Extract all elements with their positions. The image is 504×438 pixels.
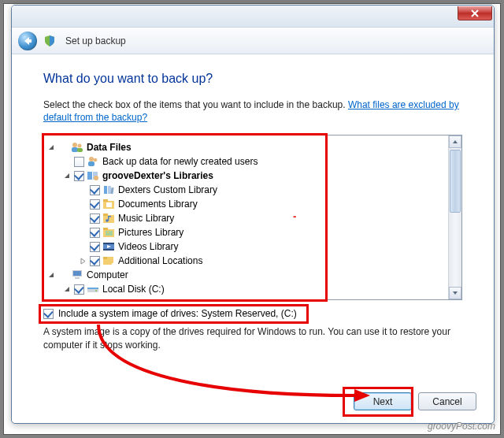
- svg-point-8: [89, 157, 94, 161]
- expander-icon[interactable]: [79, 257, 87, 265]
- svg-marker-11: [65, 173, 69, 178]
- tree-node-documents[interactable]: Documents Library: [47, 197, 445, 211]
- svg-marker-47: [453, 291, 458, 295]
- expander-icon[interactable]: [47, 143, 56, 152]
- tree-label: Pictures Library: [118, 227, 183, 238]
- svg-marker-3: [49, 145, 54, 150]
- tree-node-user-libraries[interactable]: grooveDexter's Libraries: [47, 169, 445, 183]
- scroll-down-button[interactable]: [449, 287, 461, 299]
- pictures-folder-icon: [102, 226, 115, 239]
- svg-rect-25: [108, 216, 111, 217]
- library-user-icon: [87, 169, 99, 182]
- folder-stack-icon: [102, 254, 115, 267]
- svg-rect-28: [106, 231, 113, 236]
- svg-rect-17: [110, 187, 113, 194]
- tree-node-new-users[interactable]: Back up data for newly created users: [47, 154, 445, 169]
- users-icon: [87, 155, 99, 168]
- tree-node-data-files[interactable]: Data Files: [47, 140, 445, 154]
- tree-label: Back up data for newly created users: [102, 156, 258, 167]
- shield-icon: [43, 35, 56, 47]
- svg-rect-15: [104, 186, 107, 194]
- svg-rect-32: [103, 249, 114, 251]
- documents-folder-icon: [102, 198, 115, 210]
- svg-rect-31: [103, 243, 114, 244]
- computer-icon: [71, 269, 83, 281]
- tree-node-custom-library[interactable]: Dexters Custom Library: [47, 183, 445, 197]
- tree-node-computer[interactable]: Computer: [47, 268, 445, 282]
- svg-point-10: [94, 158, 98, 162]
- checkbox-additional[interactable]: [90, 256, 100, 266]
- checkbox-new-users[interactable]: [74, 157, 84, 167]
- svg-rect-19: [103, 199, 108, 202]
- library-icon: [102, 184, 115, 196]
- svg-marker-42: [65, 287, 69, 291]
- svg-rect-27: [103, 228, 108, 230]
- annotation-caret-mark: -: [293, 210, 296, 222]
- tree-node-local-disk[interactable]: Local Disk (C:): [47, 282, 445, 296]
- next-button[interactable]: Next: [354, 392, 412, 410]
- svg-rect-36: [103, 258, 112, 265]
- expander-icon[interactable]: [47, 271, 56, 280]
- tree-label: Music Library: [118, 213, 174, 224]
- checkbox-local-disk[interactable]: [74, 284, 84, 295]
- svg-rect-9: [88, 161, 94, 166]
- scroll-up-button[interactable]: [449, 135, 461, 148]
- svg-rect-16: [108, 186, 111, 194]
- svg-rect-44: [87, 288, 98, 289]
- wizard-footer: Next Cancel: [354, 392, 476, 410]
- checkbox-custom-lib[interactable]: [90, 185, 100, 195]
- users-group-icon: [71, 141, 83, 154]
- svg-rect-12: [87, 172, 92, 180]
- back-button[interactable]: [18, 32, 37, 50]
- svg-marker-46: [453, 140, 458, 143]
- page-heading: What do you want to back up?: [43, 72, 462, 86]
- music-folder-icon: [102, 212, 115, 225]
- system-image-row: Include a system image of drives: System…: [43, 308, 462, 319]
- vertical-scrollbar[interactable]: [448, 135, 461, 299]
- nav-bar: Set up backup: [12, 28, 494, 54]
- back-arrow-icon: [23, 36, 32, 46]
- screenshot-frame: Set up backup What do you want to back u…: [3, 3, 501, 435]
- instruction-text: Select the check box of the items that y…: [43, 98, 462, 124]
- close-button[interactable]: [458, 6, 492, 20]
- checkbox-user-libraries[interactable]: [74, 171, 84, 181]
- svg-marker-2: [24, 37, 32, 45]
- tree-node-additional-locations[interactable]: Additional Locations: [47, 254, 445, 268]
- expander-icon[interactable]: [63, 172, 72, 180]
- tree-label: grooveDexter's Libraries: [102, 170, 213, 181]
- tree-node-music[interactable]: Music Library: [47, 211, 445, 225]
- svg-rect-7: [77, 148, 83, 152]
- system-image-label: Include a system image of drives: System…: [58, 308, 297, 319]
- scroll-thumb[interactable]: [450, 150, 461, 213]
- checkbox-videos[interactable]: [90, 242, 100, 252]
- drive-icon: [87, 283, 99, 295]
- svg-rect-20: [106, 202, 112, 207]
- instruction-label: Select the check box of the items that y…: [43, 99, 348, 110]
- close-icon: [471, 9, 479, 17]
- checkbox-system-image[interactable]: [43, 309, 54, 319]
- tree-node-pictures[interactable]: Pictures Library: [47, 225, 445, 239]
- svg-point-14: [94, 176, 98, 180]
- tree-label: Additional Locations: [118, 255, 202, 266]
- checkbox-documents[interactable]: [90, 199, 100, 210]
- cancel-button[interactable]: Cancel: [418, 392, 476, 410]
- content-area: What do you want to back up? Select the …: [12, 54, 494, 372]
- svg-rect-40: [73, 271, 81, 276]
- tree-body: Data Files Back up data for newly create…: [44, 135, 448, 299]
- titlebar: [12, 6, 494, 28]
- backup-items-tree: Data Files Back up data for newly create…: [43, 135, 462, 300]
- checkbox-pictures[interactable]: [90, 228, 100, 238]
- watermark: groovyPost.com: [428, 421, 495, 432]
- svg-rect-5: [72, 147, 78, 152]
- videos-folder-icon: [102, 240, 115, 253]
- checkbox-music[interactable]: [90, 213, 100, 224]
- svg-marker-34: [81, 258, 85, 264]
- svg-rect-41: [75, 277, 80, 279]
- svg-point-29: [107, 232, 109, 233]
- expander-icon[interactable]: [63, 285, 72, 294]
- window-title: Set up backup: [65, 35, 126, 46]
- tree-label: Data Files: [87, 142, 132, 153]
- tree-label: Dexters Custom Library: [118, 184, 217, 195]
- tree-node-videos[interactable]: Videos Library: [47, 239, 445, 254]
- svg-point-4: [72, 143, 77, 147]
